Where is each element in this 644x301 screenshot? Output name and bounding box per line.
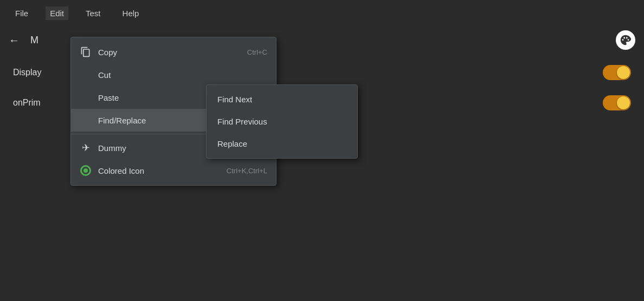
toggle-onprim[interactable]: [603, 95, 631, 110]
colored-circle-icon: [80, 165, 92, 176]
find-replace-submenu: Find Next Find Previous Replace: [206, 84, 358, 159]
setting-label-display: Display: [13, 68, 41, 77]
find-previous-label: Find Previous: [217, 117, 346, 126]
menu-item-copy[interactable]: Copy Ctrl+C: [71, 41, 276, 63]
menu-test[interactable]: Test: [81, 6, 105, 20]
cut-label: Cut: [98, 70, 267, 80]
cut-icon-placeholder: [80, 69, 92, 81]
airplane-icon: ✈: [80, 142, 92, 154]
copy-icon: [80, 46, 92, 58]
copy-shortcut: Ctrl+C: [247, 48, 267, 56]
palette-button[interactable]: [616, 30, 635, 50]
menu-file[interactable]: File: [11, 6, 33, 20]
menu-item-replace[interactable]: Replace: [207, 133, 357, 155]
toggle-display[interactable]: [603, 65, 631, 80]
menu-item-find-previous[interactable]: Find Previous: [207, 110, 357, 133]
find-next-label: Find Next: [217, 95, 346, 104]
setting-label-onprim: onPrim: [13, 98, 41, 108]
find-replace-submenu-container: Find Next Find Previous Replace: [206, 84, 358, 159]
paste-icon-placeholder: [80, 91, 92, 103]
replace-label: Replace: [217, 139, 346, 148]
back-button[interactable]: ←: [9, 34, 20, 47]
menu-item-cut[interactable]: Cut: [71, 63, 276, 86]
menu-item-find-next[interactable]: Find Next: [207, 88, 357, 110]
toolbar-title: M: [30, 35, 38, 46]
menu-item-colored-icon[interactable]: Colored Icon Ctrl+K,Ctrl+L: [71, 159, 276, 182]
toggle-knob: [617, 66, 630, 79]
colored-icon-shortcut: Ctrl+K,Ctrl+L: [227, 167, 267, 175]
dummy-label: Dummy: [98, 143, 219, 153]
menu-edit[interactable]: Edit: [46, 6, 68, 20]
menu-help[interactable]: Help: [118, 6, 144, 20]
colored-icon-label: Colored Icon: [98, 166, 220, 175]
toggle-knob-onprim: [617, 96, 630, 109]
find-replace-icon-placeholder: [80, 114, 92, 126]
menubar: File Edit Test Help: [0, 0, 644, 26]
copy-label: Copy: [98, 48, 241, 57]
